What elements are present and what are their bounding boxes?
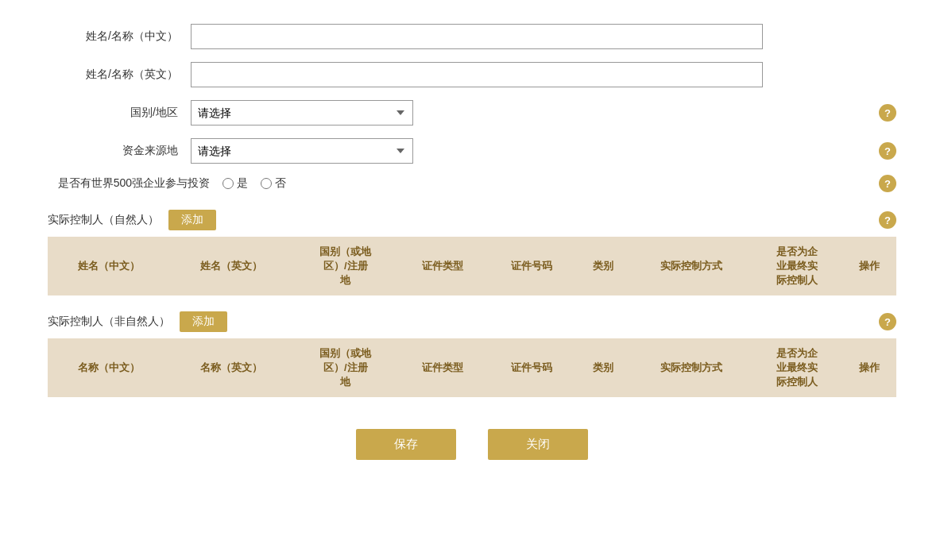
radio-no-text: 否 [275,176,286,191]
np-col-operation: 操作 [841,237,896,295]
non-natural-person-add-button[interactable]: 添加 [180,311,227,332]
nnp-col-category: 类别 [575,338,630,397]
country-label: 国别/地区 [48,106,191,120]
natural-person-add-button[interactable]: 添加 [168,210,216,230]
country-help-icon[interactable]: ? [879,104,896,122]
country-select[interactable]: 请选择 [191,100,413,126]
name-en-label: 姓名/名称（英文） [48,68,191,82]
nnp-col-is-ultimate: 是否为企业最终实际控制人 [752,338,841,397]
world500-radio-group: 是 否 [222,176,286,191]
natural-person-title: 实际控制人（自然人） [48,213,159,227]
np-col-category: 类别 [575,237,630,295]
radio-no-input[interactable] [261,178,272,189]
radio-yes-label[interactable]: 是 [222,176,248,191]
np-col-name-en: 姓名（英文） [170,237,292,295]
nnp-col-name-en: 名称（英文） [170,338,292,397]
np-col-cert-type: 证件类型 [398,237,487,295]
non-natural-person-table: 名称（中文） 名称（英文） 国别（或地区）/注册地 证件类型 证件号码 类别 实… [48,338,896,397]
nnp-col-country: 国别（或地区）/注册地 [292,338,398,397]
world500-help-icon[interactable]: ? [879,175,896,192]
natural-person-help-icon[interactable]: ? [879,211,896,229]
non-natural-person-section: 实际控制人（非自然人） 添加 ? 名称（中文） 名称（英文） 国别（或地区）/注… [48,311,896,397]
close-button[interactable]: 关闭 [488,429,588,460]
country-row: 国别/地区 请选择 ? [48,100,896,126]
natural-person-table-header-row: 姓名（中文） 姓名（英文） 国别（或地区）/注册地 证件类型 证件号码 类别 实… [48,237,896,295]
np-col-name-cn: 姓名（中文） [48,237,170,295]
page-container: 姓名/名称（中文） 姓名/名称（英文） 国别/地区 请选择 ? 资金来源地 请选… [0,0,944,560]
save-button[interactable]: 保存 [356,429,456,460]
world500-label: 是否有世界500强企业参与投资 [48,176,222,191]
nnp-col-cert-type: 证件类型 [398,338,487,397]
nnp-col-cert-no: 证件号码 [487,338,576,397]
fund-source-select[interactable]: 请选择 [191,138,413,164]
np-col-country: 国别（或地区）/注册地 [292,237,398,295]
radio-yes-input[interactable] [222,178,234,189]
natural-person-table: 姓名（中文） 姓名（英文） 国别（或地区）/注册地 证件类型 证件号码 类别 实… [48,237,896,295]
np-col-control-method: 实际控制方式 [630,237,752,295]
world500-row: 是否有世界500强企业参与投资 是 否 ? [48,176,896,191]
non-natural-person-header: 实际控制人（非自然人） 添加 ? [48,311,896,332]
name-en-input[interactable] [191,62,763,87]
non-natural-person-title: 实际控制人（非自然人） [48,315,170,329]
natural-person-header: 实际控制人（自然人） 添加 ? [48,210,896,230]
nnp-col-operation: 操作 [841,338,896,397]
non-natural-person-help-icon[interactable]: ? [879,313,896,330]
np-col-is-ultimate: 是否为企业最终实际控制人 [752,237,841,295]
np-col-cert-no: 证件号码 [487,237,576,295]
name-cn-input[interactable] [191,24,763,49]
name-en-row: 姓名/名称（英文） [48,62,896,87]
radio-no-label[interactable]: 否 [261,176,286,191]
non-natural-person-table-header-row: 名称（中文） 名称（英文） 国别（或地区）/注册地 证件类型 证件号码 类别 实… [48,338,896,397]
bottom-buttons: 保存 关闭 [48,429,896,460]
name-cn-label: 姓名/名称（中文） [48,29,191,44]
natural-person-section: 实际控制人（自然人） 添加 ? 姓名（中文） 姓名（英文） 国别（或地区）/注册… [48,210,896,295]
name-cn-row: 姓名/名称（中文） [48,24,896,49]
form-section: 姓名/名称（中文） 姓名/名称（英文） 国别/地区 请选择 ? 资金来源地 请选… [48,24,896,191]
fund-source-help-icon[interactable]: ? [879,142,896,160]
fund-source-row: 资金来源地 请选择 ? [48,138,896,164]
fund-source-label: 资金来源地 [48,144,191,158]
radio-yes-text: 是 [237,176,248,191]
nnp-col-control-method: 实际控制方式 [630,338,752,397]
nnp-col-name-cn: 名称（中文） [48,338,170,397]
